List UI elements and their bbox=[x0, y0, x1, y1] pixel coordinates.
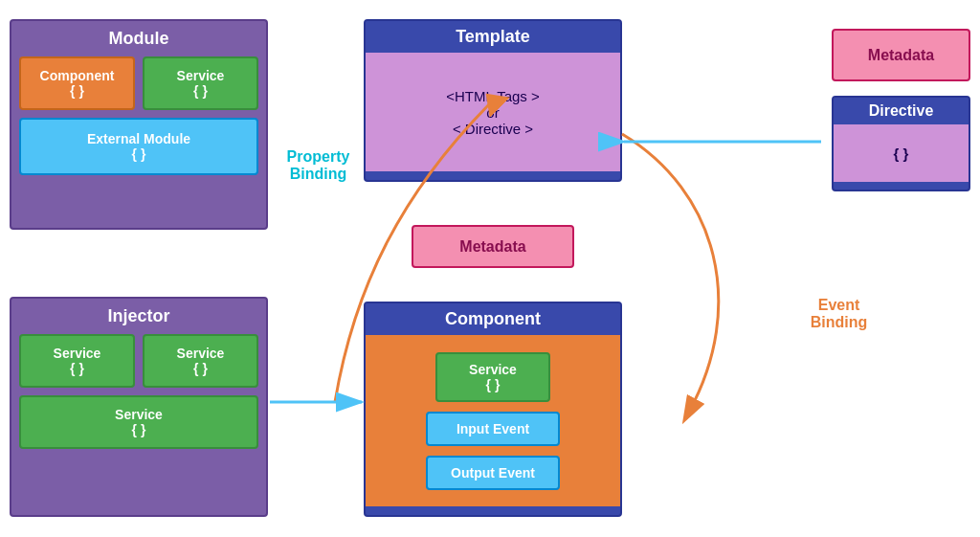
module-box: Module Component{ } Service{ } External … bbox=[10, 19, 268, 230]
component-main-title: Component bbox=[366, 303, 620, 335]
metadata-right-label: Metadata bbox=[868, 47, 934, 64]
directive-title: Directive bbox=[834, 98, 969, 124]
module-top-row: Component{ } Service{ } bbox=[19, 56, 258, 110]
template-box: Template <HTML Tags >or< Directive > bbox=[364, 19, 622, 182]
directive-content: { } bbox=[834, 124, 969, 182]
component-main-content: Service{ } Input Event Output Event bbox=[366, 335, 620, 506]
output-event-box: Output Event bbox=[426, 456, 560, 490]
input-event-box: Input Event bbox=[426, 412, 560, 446]
module-service-box: Service{ } bbox=[143, 56, 258, 110]
property-binding-label: PropertyBinding bbox=[273, 148, 364, 183]
injector-service3: Service{ } bbox=[19, 395, 258, 449]
metadata-center-label: Metadata bbox=[459, 238, 525, 256]
component-service-box: Service{ } bbox=[435, 352, 550, 402]
module-title: Module bbox=[19, 29, 258, 49]
injector-service1: Service{ } bbox=[19, 334, 135, 388]
injector-title: Injector bbox=[19, 306, 258, 326]
injector-bottom-row: Service{ } bbox=[19, 395, 258, 449]
injector-service2: Service{ } bbox=[143, 334, 258, 388]
diagram: Module Component{ } Service{ } External … bbox=[0, 0, 980, 537]
metadata-center-box: Metadata bbox=[412, 225, 574, 268]
module-component-box: Component{ } bbox=[19, 56, 135, 110]
external-module-box: External Module{ } bbox=[19, 118, 258, 175]
injector-top-row: Service{ } Service{ } bbox=[19, 334, 258, 388]
event-binding-label: EventBinding bbox=[793, 297, 884, 331]
metadata-right-box: Metadata bbox=[832, 29, 970, 81]
directive-box: Directive { } bbox=[832, 96, 970, 191]
injector-box: Injector Service{ } Service{ } Service{ … bbox=[10, 297, 268, 517]
template-title: Template bbox=[366, 21, 620, 53]
component-main-box: Component Service{ } Input Event Output … bbox=[364, 302, 622, 517]
template-content: <HTML Tags >or< Directive > bbox=[366, 53, 620, 171]
